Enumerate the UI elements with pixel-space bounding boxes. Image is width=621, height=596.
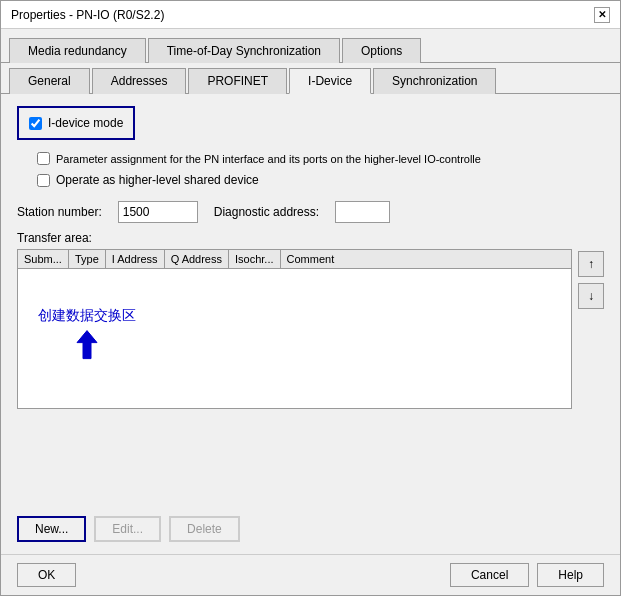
- cancel-button[interactable]: Cancel: [450, 563, 529, 587]
- operate-shared-checkbox[interactable]: [37, 174, 50, 187]
- main-window: Properties - PN-IO (R0/S2.2) ✕ Media red…: [0, 0, 621, 596]
- col-comment: Comment: [281, 250, 341, 268]
- tab-options[interactable]: Options: [342, 38, 421, 63]
- station-diagnostic-row: Station number: Diagnostic address:: [17, 201, 604, 223]
- create-exchange-text: 创建数据交换区: [38, 306, 136, 324]
- arrow-down-label: ↓: [588, 289, 594, 303]
- svg-marker-0: [77, 330, 97, 358]
- transfer-table: Subm... Type I Address Q Address Isochr.…: [17, 249, 572, 409]
- diagnostic-address-label: Diagnostic address:: [214, 205, 319, 219]
- table-body: 创建数据交换区: [18, 269, 571, 408]
- table-header: Subm... Type I Address Q Address Isochr.…: [18, 250, 571, 269]
- col-qaddress: Q Address: [165, 250, 229, 268]
- tab-time-of-day[interactable]: Time-of-Day Synchronization: [148, 38, 340, 63]
- help-button[interactable]: Help: [537, 563, 604, 587]
- transfer-area-wrapper: Subm... Type I Address Q Address Isochr.…: [17, 249, 604, 508]
- idevice-mode-checkbox[interactable]: [29, 117, 42, 130]
- diagnostic-address-input[interactable]: [335, 201, 390, 223]
- idevice-mode-label: I-device mode: [48, 116, 123, 130]
- tab-media-redundancy[interactable]: Media redundancy: [9, 38, 146, 63]
- station-number-input[interactable]: [118, 201, 198, 223]
- right-buttons: Cancel Help: [450, 563, 604, 587]
- station-number-label: Station number:: [17, 205, 102, 219]
- table-arrow-buttons: ↑ ↓: [578, 249, 604, 508]
- window-title: Properties - PN-IO (R0/S2.2): [11, 8, 164, 22]
- col-subm: Subm...: [18, 250, 69, 268]
- col-isochr: Isochr...: [229, 250, 281, 268]
- move-up-button[interactable]: ↑: [578, 251, 604, 277]
- param-assignment-label: Parameter assignment for the PN interfac…: [56, 153, 481, 165]
- idevice-checkbox-group: I-device mode: [17, 106, 135, 140]
- ok-button[interactable]: OK: [17, 563, 76, 587]
- operate-shared-label: Operate as higher-level shared device: [56, 173, 259, 187]
- delete-button[interactable]: Delete: [169, 516, 240, 542]
- tab-idevice[interactable]: I-Device: [289, 68, 371, 94]
- tab-general[interactable]: General: [9, 68, 90, 94]
- transfer-section: Transfer area: Subm... Type I Address Q …: [17, 231, 604, 542]
- new-button[interactable]: New...: [17, 516, 86, 542]
- title-bar: Properties - PN-IO (R0/S2.2) ✕: [1, 1, 620, 29]
- tab-profinet[interactable]: PROFINET: [188, 68, 287, 94]
- tab-synchronization[interactable]: Synchronization: [373, 68, 496, 94]
- close-button[interactable]: ✕: [594, 7, 610, 23]
- col-type: Type: [69, 250, 106, 268]
- tabs-row2: General Addresses PROFINET I-Device Sync…: [1, 63, 620, 94]
- content-area: I-device mode Parameter assignment for t…: [1, 94, 620, 554]
- transfer-area-label: Transfer area:: [17, 231, 604, 245]
- move-down-button[interactable]: ↓: [578, 283, 604, 309]
- action-buttons: New... Edit... Delete: [17, 516, 604, 542]
- operate-shared-row: Operate as higher-level shared device: [37, 173, 604, 187]
- arrow-up-label: ↑: [588, 257, 594, 271]
- col-iaddress: I Address: [106, 250, 165, 268]
- param-assignment-checkbox[interactable]: [37, 152, 50, 165]
- idevice-mode-row: I-device mode: [29, 116, 123, 130]
- arrow-up-icon: [73, 328, 101, 360]
- create-exchange-link[interactable]: 创建数据交换区: [38, 306, 136, 360]
- tabs-row1: Media redundancy Time-of-Day Synchroniza…: [1, 29, 620, 63]
- close-icon: ✕: [598, 9, 606, 20]
- bottom-bar: OK Cancel Help: [1, 554, 620, 595]
- tab-addresses[interactable]: Addresses: [92, 68, 187, 94]
- edit-button[interactable]: Edit...: [94, 516, 161, 542]
- param-assignment-row: Parameter assignment for the PN interfac…: [37, 152, 604, 165]
